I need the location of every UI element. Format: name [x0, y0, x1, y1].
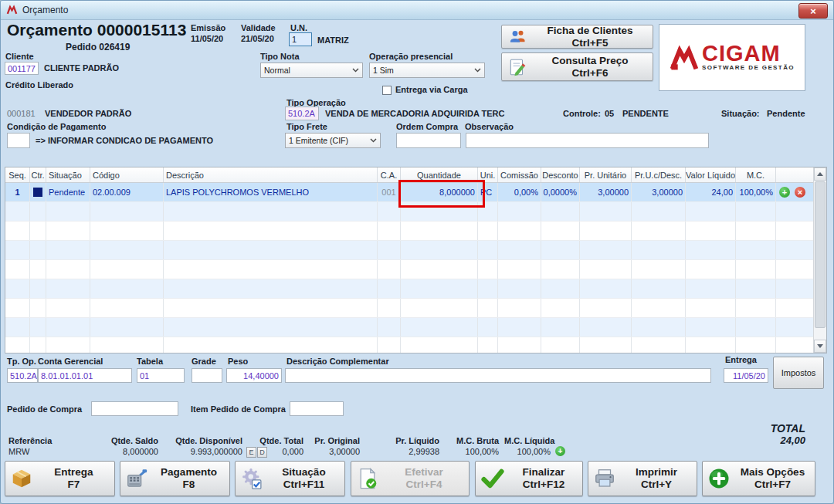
- impostos-button[interactable]: Impostos: [773, 357, 824, 389]
- entrega-via-carga-checkbox[interactable]: [382, 86, 392, 95]
- consulta-preco-shortcut: Ctrl+F6: [527, 67, 653, 79]
- titlebar: Orçamento ×: [1, 1, 833, 20]
- imprimir-button[interactable]: ImprimirCtrl+Y: [588, 461, 697, 496]
- total-value: 24,00: [734, 435, 805, 446]
- tabela-label: Tabela: [137, 357, 163, 366]
- emissao-value: 11/05/20: [191, 34, 223, 43]
- tp-op-label: Tp. Op.: [7, 357, 36, 366]
- descricao-complementar-input[interactable]: [285, 368, 711, 383]
- col-header-seq[interactable]: Seq.: [5, 167, 30, 182]
- situacao-label: Situação:: [721, 109, 760, 118]
- entrega-button[interactable]: EntregaF7: [5, 461, 115, 496]
- col-header-quantidade[interactable]: Quantidade: [401, 167, 478, 182]
- chevron-down-icon: [352, 68, 359, 73]
- ordem-compra-input[interactable]: [396, 133, 461, 148]
- entrega-input[interactable]: 11/05/20: [724, 368, 768, 383]
- col-header-codigo[interactable]: Código: [90, 167, 164, 182]
- tipo-operacao-desc: VENDA DE MERCADORIA ADQUIRIDA TERC: [325, 109, 504, 118]
- tipo-frete-select[interactable]: 1 Emitente (CIF): [285, 133, 381, 148]
- empty-table-row: [5, 299, 826, 318]
- col-header-valor-liquido[interactable]: Valor Líquido: [686, 167, 736, 182]
- col-header-ctr[interactable]: Ctr.: [30, 167, 46, 182]
- situacao-button[interactable]: SituaçãoCtrl+F11: [235, 461, 345, 496]
- cliente-label: Cliente: [5, 52, 34, 61]
- finalizar-button[interactable]: FinalizarCtrl+F12: [475, 461, 583, 496]
- impostos-label: Impostos: [781, 368, 816, 377]
- mais-opcoes-button-shortcut: Ctrl+F7: [731, 479, 815, 491]
- peso-input[interactable]: 14,40000: [226, 368, 282, 383]
- col-header-pr-u-c-desc[interactable]: Pr.U.c/Desc.: [632, 167, 686, 182]
- items-table: Seq. Ctr. Situação Código Descrição C.A.…: [5, 167, 827, 353]
- empty-table-row: [5, 279, 826, 299]
- qtde-e-button[interactable]: E: [246, 447, 256, 458]
- e-button-label: E: [249, 448, 253, 456]
- add-item-icon[interactable]: +: [779, 187, 790, 198]
- tabela-input[interactable]: 01: [137, 368, 185, 383]
- col-header-ca[interactable]: C.A.: [378, 167, 401, 182]
- gear-check-icon: [240, 467, 263, 490]
- validade-label: Validade: [241, 23, 276, 32]
- entrega-button-label: Entrega: [33, 466, 114, 479]
- ficha-clientes-button[interactable]: Ficha de Clientes Ctrl+F5: [501, 25, 653, 49]
- cliente-code-input[interactable]: 001177: [5, 62, 39, 75]
- cell-comissao: 0,00%: [498, 183, 541, 201]
- mc-liquida-value: 100,00%: [504, 447, 551, 456]
- mais-opcoes-button[interactable]: Mais OpçõesCtrl+F7: [702, 461, 815, 496]
- un-input[interactable]: 1: [289, 32, 312, 46]
- entrega-button-shortcut: F7: [33, 479, 114, 491]
- cell-situacao: Pendente: [46, 183, 90, 201]
- tipo-nota-select[interactable]: Normal: [260, 63, 363, 78]
- scroll-up-button[interactable]: [814, 167, 826, 181]
- col-header-desconto[interactable]: Desconto: [541, 167, 580, 182]
- cell-pr-unitario: 3,00000: [580, 183, 632, 201]
- col-header-comissao[interactable]: Comissão: [498, 167, 541, 182]
- scroll-down-button[interactable]: [814, 340, 826, 353]
- condicao-pagamento-input[interactable]: [7, 133, 30, 148]
- tipo-operacao-code-input[interactable]: 510.2A: [285, 107, 319, 120]
- close-button[interactable]: ×: [798, 3, 828, 19]
- scrollbar-thumb[interactable]: [815, 181, 826, 328]
- vendedor-code: 000181: [7, 109, 36, 118]
- mc-liquida-add-icon[interactable]: +: [555, 446, 565, 456]
- consulta-preco-button[interactable]: Consulta Preço Ctrl+F6: [501, 52, 653, 81]
- observacao-input[interactable]: [466, 133, 709, 148]
- controle-status: PENDENTE: [622, 109, 669, 118]
- operacao-presencial-value: 1 Sim: [373, 66, 394, 75]
- ordem-compra-label: Ordem Compra: [396, 122, 458, 131]
- conta-gerencial-input[interactable]: 8.01.01.01.01: [38, 368, 132, 383]
- delete-item-icon[interactable]: ×: [795, 187, 805, 198]
- col-header-mc[interactable]: M.C.: [736, 167, 776, 182]
- operacao-presencial-select[interactable]: 1 Sim: [369, 63, 485, 78]
- pedido-compra-label: Pedido de Compra: [7, 404, 82, 414]
- pagamento-button[interactable]: PagamentoF8: [120, 461, 230, 496]
- qtde-saldo-stat: Qtde. Saldo 8,000000: [92, 436, 158, 456]
- col-header-descricao[interactable]: Descrição: [164, 167, 378, 182]
- table-row[interactable]: 1 Pendente 02.00.009 LAPIS POLYCHROMOS V…: [5, 183, 826, 202]
- tipo-nota-value: Normal: [264, 66, 290, 75]
- pr-liquido-label: Pr. Líquido: [391, 436, 439, 445]
- cell-uni: PC: [478, 183, 498, 201]
- grade-input[interactable]: [192, 368, 222, 383]
- total-label: TOTAL: [734, 422, 805, 435]
- table-scrollbar[interactable]: [813, 167, 826, 353]
- qtde-saldo-label: Qtde. Saldo: [92, 436, 158, 445]
- item-pedido-compra-input[interactable]: [290, 401, 344, 416]
- arrow-up-icon: [817, 172, 823, 176]
- chevron-down-icon: [474, 68, 481, 73]
- cash-register-icon: [125, 467, 148, 490]
- grade-label: Grade: [192, 357, 216, 366]
- tipo-frete-label: Tipo Frete: [286, 122, 327, 131]
- pagamento-button-label: Pagamento: [148, 466, 229, 479]
- col-header-pr-unitario[interactable]: Pr. Unitário: [580, 167, 632, 182]
- imprimir-button-shortcut: Ctrl+Y: [616, 479, 697, 491]
- col-header-situacao[interactable]: Situação: [46, 167, 90, 182]
- cell-desconto: 0,0000%: [541, 183, 580, 201]
- referencia-stat: Referência MRW: [8, 436, 52, 456]
- controle-label: Controle:: [563, 109, 601, 118]
- qtde-total-stat: Qtde. Total 0,000: [257, 436, 303, 456]
- col-header-uni[interactable]: Uni.: [478, 167, 498, 182]
- pedido-compra-input[interactable]: [91, 401, 178, 416]
- item-pedido-compra-label: Item Pedido de Compra: [191, 404, 286, 414]
- descricao-complementar-label: Descrição Complementar: [286, 357, 389, 366]
- tp-op-input[interactable]: 510.2A: [7, 368, 38, 383]
